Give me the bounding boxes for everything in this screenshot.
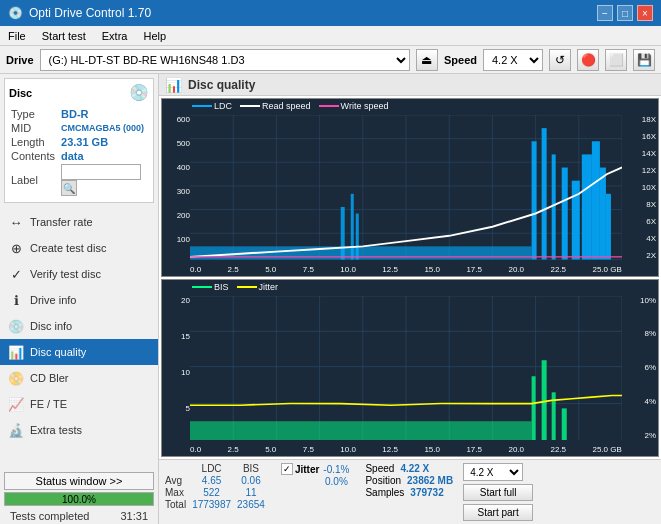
sidebar-item-disc-quality-label: Disc quality [30, 346, 86, 358]
sidebar-menu: ↔ Transfer rate ⊕ Create test disc ✓ Ver… [0, 209, 158, 443]
menu-extra[interactable]: Extra [98, 29, 132, 43]
maximize-button[interactable]: □ [617, 5, 633, 21]
sidebar-item-verify-test-disc-label: Verify test disc [30, 268, 101, 280]
disc-panel: Disc 💿 Type BD-R MID CMCMAGBA5 (000) Len… [4, 78, 154, 203]
sidebar-item-fe-te[interactable]: 📈 FE / TE [0, 391, 158, 417]
transfer-rate-icon: ↔ [8, 215, 24, 230]
sidebar-item-cd-bler-label: CD Bler [30, 372, 69, 384]
status-window-button[interactable]: Status window >> [4, 472, 154, 490]
total-ldc: 1773987 [192, 499, 237, 511]
sidebar-item-disc-quality[interactable]: 📊 Disc quality [0, 339, 158, 365]
svg-rect-18 [341, 207, 345, 260]
verify-test-disc-icon: ✓ [8, 267, 24, 282]
svg-rect-20 [356, 214, 359, 260]
total-label: Total [165, 499, 192, 511]
sidebar-item-fe-te-label: FE / TE [30, 398, 67, 410]
disc-icon: 💿 [129, 83, 149, 102]
disc-quality-header-icon: 📊 [165, 77, 182, 93]
eject-button[interactable]: ⏏ [416, 49, 438, 71]
speed-value-stat: 4.22 X [400, 463, 429, 474]
main-layout: Disc 💿 Type BD-R MID CMCMAGBA5 (000) Len… [0, 74, 661, 524]
samples-value: 379732 [410, 487, 443, 498]
save-icon-button[interactable]: 💾 [633, 49, 655, 71]
disc-quality-icon: 📊 [8, 345, 24, 360]
jitter-section: ✓ Jitter -0.1% 0.0% [281, 463, 356, 488]
speed-label: Speed [444, 54, 477, 66]
sidebar-item-extra-tests[interactable]: 🔬 Extra tests [0, 417, 158, 443]
start-full-button[interactable]: Start full [463, 484, 533, 501]
cd-bler-icon: 📀 [8, 371, 24, 386]
progress-bar-container: 100.0% [4, 492, 154, 506]
burn-icon-button[interactable]: 🔴 [577, 49, 599, 71]
status-time: 31:31 [118, 510, 150, 522]
position-value: 23862 MB [407, 475, 453, 486]
mid-value: CMCMAGBA5 (000) [61, 122, 147, 134]
svg-rect-28 [600, 168, 606, 260]
sidebar-item-disc-info[interactable]: 💿 Disc info [0, 313, 158, 339]
speed-select[interactable]: 4.2 X [483, 49, 543, 71]
jitter-checkbox[interactable]: ✓ [281, 463, 293, 475]
stats-area: LDC BIS Avg 4.65 0.06 Max 522 11 Total 1… [159, 459, 661, 524]
menu-help[interactable]: Help [139, 29, 170, 43]
total-bis: 23654 [237, 499, 271, 511]
avg-bis: 0.06 [237, 475, 271, 487]
speed-label-stat: Speed [365, 463, 394, 474]
svg-rect-45 [190, 421, 532, 440]
extra-tests-icon: 🔬 [8, 423, 24, 438]
max-bis: 11 [237, 487, 271, 499]
legend-write-speed: Write speed [319, 101, 389, 111]
main-content: 📊 Disc quality LDC Read speed [159, 74, 661, 524]
label-input[interactable] [61, 164, 141, 180]
drive-info-icon: ℹ [8, 293, 24, 308]
speed-position-section: Speed 4.22 X Position 23862 MB Samples 3… [365, 463, 453, 499]
chart2-x-axis: 0.0 2.5 5.0 7.5 10.0 12.5 15.0 17.5 20.0… [190, 445, 622, 454]
erase-icon-button[interactable]: ⬜ [605, 49, 627, 71]
sidebar-item-create-test-disc[interactable]: ⊕ Create test disc [0, 235, 158, 261]
refresh-button[interactable]: ↺ [549, 49, 571, 71]
label-search-button[interactable]: 🔍 [61, 180, 77, 196]
legend-read-speed: Read speed [240, 101, 311, 111]
sidebar-item-verify-test-disc[interactable]: ✓ Verify test disc [0, 261, 158, 287]
sidebar-item-drive-info[interactable]: ℹ Drive info [0, 287, 158, 313]
status-text: Tests completed [8, 510, 91, 522]
max-jitter: 0.0% [323, 476, 355, 488]
status-section: Status window >> 100.0% Tests completed … [0, 470, 158, 524]
chart1-svg [190, 115, 622, 260]
menu-file[interactable]: File [4, 29, 30, 43]
disc-quality-title: Disc quality [188, 78, 255, 92]
create-test-disc-icon: ⊕ [8, 241, 24, 256]
stats-speed-select[interactable]: 4.2 X [463, 463, 523, 481]
chart2-svg [190, 296, 622, 441]
disc-section-label: Disc [9, 87, 32, 99]
chart2-y-axis-left: 20 15 10 5 [164, 296, 190, 441]
close-button[interactable]: × [637, 5, 653, 21]
sidebar-item-drive-info-label: Drive info [30, 294, 76, 306]
type-label: Type [11, 108, 59, 120]
progress-text: 100.0% [5, 493, 153, 507]
menu-bar: File Start test Extra Help [0, 26, 661, 46]
chart1-x-axis: 0.0 2.5 5.0 7.5 10.0 12.5 15.0 17.5 20.0… [190, 265, 622, 274]
sidebar-item-extra-tests-label: Extra tests [30, 424, 82, 436]
start-part-button[interactable]: Start part [463, 504, 533, 521]
chart1-y-axis-right: 18X 16X 14X 12X 10X 8X 6X 4X 2X [622, 115, 656, 260]
mid-label: MID [11, 122, 59, 134]
menu-start-test[interactable]: Start test [38, 29, 90, 43]
avg-ldc: 4.65 [192, 475, 237, 487]
legend-jitter: Jitter [237, 282, 279, 292]
jitter-label: Jitter [295, 464, 319, 475]
stats-table: LDC BIS Avg 4.65 0.06 Max 522 11 Total 1… [165, 463, 271, 511]
max-label: Max [165, 487, 192, 499]
drive-select[interactable]: (G:) HL-DT-ST BD-RE WH16NS48 1.D3 [40, 49, 410, 71]
minimize-button[interactable]: − [597, 5, 613, 21]
sidebar: Disc 💿 Type BD-R MID CMCMAGBA5 (000) Len… [0, 74, 159, 524]
max-ldc: 522 [192, 487, 237, 499]
app-title: Opti Drive Control 1.70 [29, 6, 151, 20]
sidebar-item-transfer-rate-label: Transfer rate [30, 216, 93, 228]
stats-header-ldc: LDC [192, 463, 237, 475]
sidebar-item-cd-bler[interactable]: 📀 CD Bler [0, 365, 158, 391]
fe-te-icon: 📈 [8, 397, 24, 412]
legend-write-speed-color [319, 105, 339, 107]
drive-bar: Drive (G:) HL-DT-ST BD-RE WH16NS48 1.D3 … [0, 46, 661, 74]
sidebar-item-transfer-rate[interactable]: ↔ Transfer rate [0, 209, 158, 235]
svg-rect-24 [562, 168, 568, 260]
